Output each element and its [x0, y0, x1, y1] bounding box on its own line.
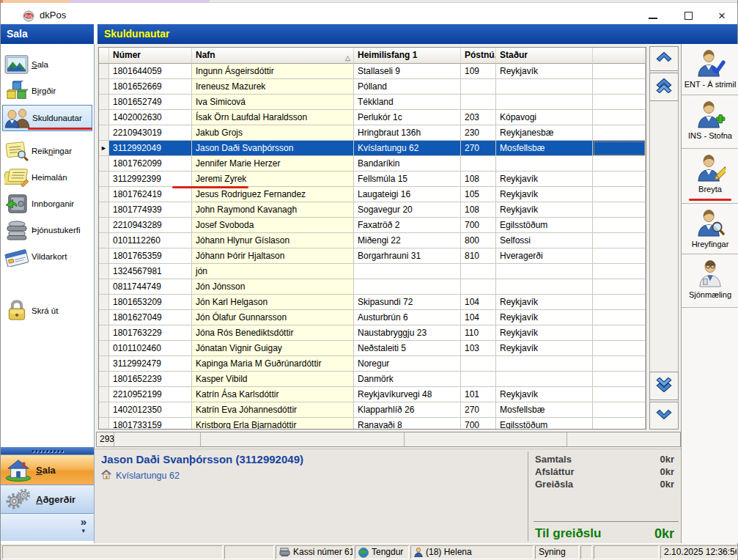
cell-blank: [593, 356, 646, 372]
sidebar-item-skuldunautar[interactable]: Skuldunautar: [2, 105, 92, 131]
bottomnav-adgerdir[interactable]: Aðgerðir: [1, 485, 94, 513]
column-header-Heimilisfang 1[interactable]: Heimilisfang 1: [354, 48, 461, 64]
table-row[interactable]: 1801652239Kasper VibildDanmörk: [99, 372, 646, 387]
table-header-selector[interactable]: [99, 48, 109, 64]
amount-due-value: 0kr: [654, 526, 674, 542]
table-row[interactable]: 1402002630Ísak Örn Laufdal HaraldssonPer…: [99, 110, 646, 125]
table-row[interactable]: 1801653209Jón Karl HelgasonSkipasundi 72…: [99, 295, 646, 310]
customer-detail-panel: Jason Daði Svanþórsson (3112992049) Kvís…: [95, 449, 681, 543]
sidebar-item-heimal-n[interactable]: Heimalán: [2, 164, 92, 191]
sidebar-item-innborganir[interactable]: Innborganir: [2, 191, 92, 217]
table-row[interactable]: 1801652749Iva SimicováTékkland: [99, 95, 646, 110]
table-row[interactable]: 1801652669Ireneusz MazurekPólland: [99, 79, 646, 95]
sidebar-item-label: Skrá út: [32, 306, 58, 315]
scroll-page-up-button[interactable]: [649, 73, 679, 101]
row-selector-cell: [99, 79, 109, 95]
record-count: 293: [97, 432, 114, 446]
table-row[interactable]: 1801644059Ingunn ÁsgeirsdóttirStallaseli…: [99, 64, 646, 79]
cell-address: Pólland: [354, 79, 461, 95]
table-row[interactable]: ►3112992049Jason Daði SvanþórssonKvíslar…: [99, 141, 646, 156]
table-row[interactable]: 3112992479Kapinga Maria M Guðrúnardóttir…: [99, 356, 646, 372]
cell-address: Kvíslartungu 62: [354, 141, 461, 156]
row-selector-cell: [99, 64, 109, 79]
close-button[interactable]: ×: [711, 7, 733, 23]
scroll-down-button[interactable]: [649, 402, 679, 430]
cell-blank: [593, 218, 646, 233]
scroll-page-down-button[interactable]: [649, 372, 679, 400]
sidebar-item--j-nustukerfi[interactable]: Þjónustukerfi: [2, 217, 92, 243]
table-row[interactable]: 1801733159Kristborg Erla BjarnadóttirRan…: [99, 418, 646, 430]
cell-number: 1801762419: [109, 187, 192, 202]
table-row[interactable]: 1801765359Jóhann Þórir HjaltasonBorgarhr…: [99, 248, 646, 264]
table-row[interactable]: 1801627049Jón Ólafur GunnarssonAusturbrú…: [99, 310, 646, 325]
cell-address: Borgarhrauni 31: [354, 248, 461, 264]
cell-address: Bandaríkin: [354, 156, 461, 172]
scroll-up-button[interactable]: [649, 46, 679, 71]
table-row[interactable]: 0811744749Jón Jónsson: [99, 279, 646, 295]
sidebar-item-skr-t[interactable]: Skrá út: [2, 298, 92, 324]
cell-number: 1801763229: [109, 325, 192, 341]
maximize-button[interactable]: [677, 7, 699, 23]
sidebar-item-sala[interactable]: Sala: [2, 51, 92, 78]
bottomnav-sala[interactable]: Sala: [1, 454, 94, 485]
table-row[interactable]: 2210952199Katrín Ása KarlsdóttirReykjaví…: [99, 387, 646, 402]
cell-name: Jeremi Zyrek: [192, 172, 354, 187]
column-header-Númer[interactable]: Númer: [109, 48, 192, 64]
column-header-Nafn[interactable]: Nafn△: [192, 48, 354, 64]
table-row[interactable]: 2210943019Jakub GrojsHringbraut 136h230R…: [99, 125, 646, 141]
home-icon: [1, 458, 36, 482]
action-button-ent-strimil[interactable]: ENT - Á strimil: [682, 44, 738, 95]
cell-city: [496, 79, 593, 95]
action-button-sj-nm-ling[interactable]: Sjónmæling: [682, 254, 738, 308]
table-row[interactable]: 3112992399Jeremi ZyrekFellsmúla 15108Rey…: [99, 172, 646, 187]
status-connection-label: Tengdur: [372, 546, 403, 559]
sidebar-item-reikningar[interactable]: Reikningar: [2, 138, 92, 164]
table-row[interactable]: 1801762419Jesus Rodriguez FernandezLauga…: [99, 187, 646, 202]
cell-address: Faxatröð 2: [354, 218, 461, 233]
table-body: 1801644059Ingunn ÁsgeirsdóttirStallaseli…: [99, 64, 646, 430]
row-selector-cell: [99, 264, 109, 279]
table-row[interactable]: 1402012350Katrín Eva JóhannesdóttirKlapp…: [99, 402, 646, 418]
column-header-Staður[interactable]: Staður: [496, 48, 593, 64]
table-row[interactable]: 1801762099Jennifer Marie HerzerBandaríki…: [99, 156, 646, 172]
table-row[interactable]: 1801763229Jóna Rós BenediktsdóttirNausta…: [99, 325, 646, 341]
row-selector-cell: [99, 387, 109, 402]
column-header-Póstnú...[interactable]: Póstnú...: [461, 48, 496, 64]
red-annotation-line: [689, 199, 731, 201]
table-row[interactable]: 2210943289Josef SvobodaFaxatröð 2700Egil…: [99, 218, 646, 233]
table-row[interactable]: 0101112260Jóhann Hlynur GíslasonMiðengi …: [99, 233, 646, 248]
action-button-breyta[interactable]: Breyta: [682, 149, 738, 204]
close-icon: ×: [718, 10, 726, 22]
sidebar-item-birg-ir[interactable]: Birgðir: [2, 78, 92, 104]
amount-due-row: Til greiðslu 0kr: [535, 526, 674, 542]
bottomnav-overflow-button[interactable]: »▾: [1, 513, 94, 541]
cell-blank: [593, 125, 646, 141]
table-row[interactable]: 1801774939John Raymond KavanaghSogavegur…: [99, 202, 646, 218]
customer-address: Kvíslartungu 62: [116, 471, 180, 481]
table-row[interactable]: 1324567981jón: [99, 264, 646, 279]
cell-city: Reykjavík: [496, 172, 593, 187]
minimize-icon: [649, 18, 657, 19]
column-header-blank[interactable]: [593, 48, 646, 64]
cell-blank: [593, 64, 646, 79]
record-count-bar: 293: [96, 432, 681, 447]
cell-address: Laugateigi 16: [354, 187, 461, 202]
row-selector-cell: [99, 233, 109, 248]
cell-postal: 700: [461, 418, 496, 430]
cell-blank: [593, 233, 646, 248]
notes-icon: [2, 167, 32, 188]
minimize-button[interactable]: [642, 7, 664, 23]
cell-city: Selfossi: [496, 233, 593, 248]
status-segment-empty-1: [2, 545, 223, 559]
cell-postal: 108: [461, 202, 496, 218]
cell-blank: [593, 325, 646, 341]
action-button-ins-stofna[interactable]: INS - Stofna: [682, 95, 738, 149]
nav-splitter-handle[interactable]: [1, 447, 94, 454]
sidebar-item-vildarkort[interactable]: Vildarkort: [2, 243, 92, 270]
bottomnav-label: Aðgerðir: [36, 494, 75, 505]
table-row[interactable]: 0101102460Jónatan Vignir GuigayNeðstalei…: [99, 341, 646, 356]
totals-label: Samtals: [535, 454, 572, 465]
action-button-hreyfingar[interactable]: Hreyfingar: [682, 204, 738, 254]
status-datetime-label: 2.10.2025 12:36:56: [664, 546, 737, 559]
deposit-icon: [2, 194, 32, 214]
